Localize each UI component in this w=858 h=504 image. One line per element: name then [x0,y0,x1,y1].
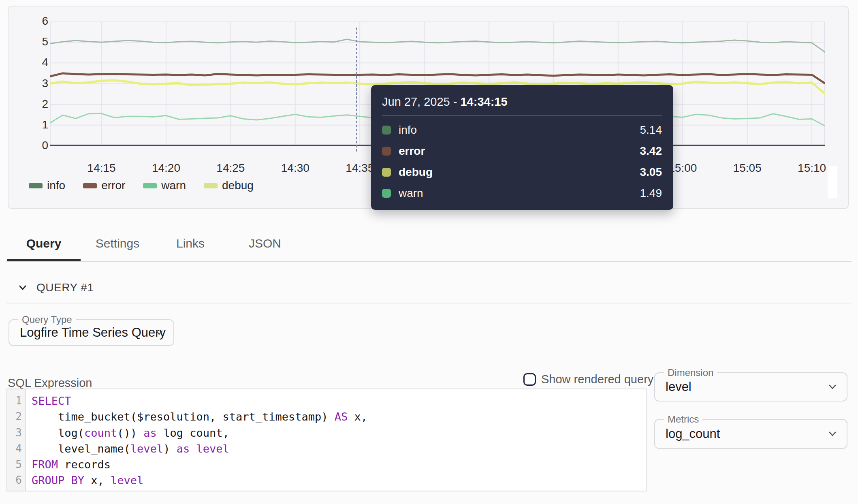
code-line: GROUP BY x, level [32,472,646,488]
code-line: log(count()) as log_count, [32,425,646,441]
tooltip-series-label: error [399,145,425,158]
legend-label: warn [161,179,186,192]
tooltip-row-debug: debug3.05 [382,162,662,183]
code-line: FROM records [32,457,646,472]
tooltip-swatch-debug [382,168,391,177]
tooltip-swatch-info [382,126,391,135]
y-tick-label: 2 [26,98,48,111]
tooltip-series-label: debug [399,166,433,179]
line-number: 2 [7,409,25,425]
legend-label: error [101,179,125,192]
tab-query[interactable]: Query [26,237,62,250]
line-number: 4 [7,441,25,457]
tooltip-row-warn: warn1.49 [382,183,662,204]
sql-expression-label: SQL Expression [8,376,92,390]
tooltip-series-value: 3.42 [640,145,662,158]
query-section-header[interactable]: QUERY #1 [16,281,94,294]
legend-item-error[interactable]: error [83,179,125,192]
tab-json[interactable]: JSON [249,237,281,250]
tooltip-series-value: 5.14 [640,124,662,137]
y-tick-label: 6 [26,15,48,28]
metrics-label: Metrics [664,414,702,425]
code-line: time_bucket($resolution, start_timestamp… [32,409,646,425]
tab-settings[interactable]: Settings [96,237,139,250]
tooltip-swatch-error [382,147,391,156]
tab-bar-divider [6,261,852,262]
hover-cursor-line [356,28,357,152]
active-tab-underline [7,259,81,261]
y-tick-label: 1 [26,118,48,131]
tooltip-series-label: warn [399,187,423,200]
chart-tooltip: Jun 27, 2025 - 14:34:15 info5.14error3.4… [371,85,673,210]
legend-item-warn[interactable]: warn [143,179,186,192]
legend-label: info [47,179,65,192]
chevron-down-icon [826,428,839,440]
tooltip-series-value: 3.05 [640,166,662,179]
section-divider [6,303,852,303]
chevron-down-icon [826,381,839,393]
tooltip-row-error: error3.42 [382,141,662,162]
x-tick-label: 14:15 [77,162,126,175]
line-number: 1 [7,393,25,409]
sql-code-content[interactable]: SELECT time_bucket($resolution, start_ti… [26,389,646,491]
x-tick-label: 14:30 [271,162,320,175]
dimension-label: Dimension [664,367,717,378]
legend-swatch-error [83,183,97,188]
tooltip-series-label: info [399,124,417,137]
query-type-value: Logfire Time Series Query [20,325,166,340]
tooltip-rows: info5.14error3.42debug3.05warn1.49 [382,120,662,204]
tab-links[interactable]: Links [176,237,205,250]
query-type-label: Query Type [18,314,76,325]
y-tick-label: 3 [26,77,48,90]
tooltip-swatch-warn [382,189,391,198]
line-number: 5 [7,457,25,472]
dimension-value: level [666,380,692,394]
show-rendered-label: Show rendered query [541,373,653,386]
show-rendered-query-toggle[interactable]: Show rendered query [523,373,653,386]
legend-swatch-warn [143,183,157,188]
chart-legend: infoerrorwarndebug [29,179,254,192]
legend-swatch-debug [204,183,218,188]
x-tick-label: 14:20 [142,162,190,175]
dimension-select[interactable]: Dimension level [654,372,847,401]
legend-item-info[interactable]: info [29,179,65,192]
query-explorer-page: 0123456 14:1514:2014:2514:3014:3514:4014… [0,0,858,504]
show-rendered-checkbox[interactable] [523,373,536,386]
tooltip-divider [382,115,662,116]
sql-code-editor[interactable]: 123456 SELECT time_bucket($resolution, s… [6,389,647,491]
tooltip-series-value: 1.49 [640,187,662,200]
y-tick-label: 0 [26,139,48,152]
line-number: 3 [7,425,25,441]
x-tick-label: 15:05 [723,162,772,175]
metrics-value: log_count [666,427,720,441]
legend-swatch-info [29,183,43,188]
line-number: 6 [7,472,25,488]
legend-label: debug [222,179,254,192]
metrics-select[interactable]: Metrics log_count [654,419,847,449]
legend-item-debug[interactable]: debug [204,179,254,192]
chevron-down-icon [153,327,165,339]
y-tick-label: 5 [26,35,48,48]
tooltip-timestamp: Jun 27, 2025 - 14:34:15 [382,95,662,109]
query-type-select[interactable]: Query Type Logfire Time Series Query [9,319,174,346]
scrollbar-thumb[interactable] [828,166,837,198]
x-tick-label: 14:25 [206,162,255,175]
y-tick-label: 4 [26,56,48,69]
line-number-gutter: 123456 [7,389,26,491]
tooltip-row-info: info5.14 [382,120,662,141]
code-line: SELECT [32,393,646,409]
code-line: level_name(level) as level [32,441,646,457]
query-section-title: QUERY #1 [36,281,94,294]
chevron-down-icon [16,281,29,294]
